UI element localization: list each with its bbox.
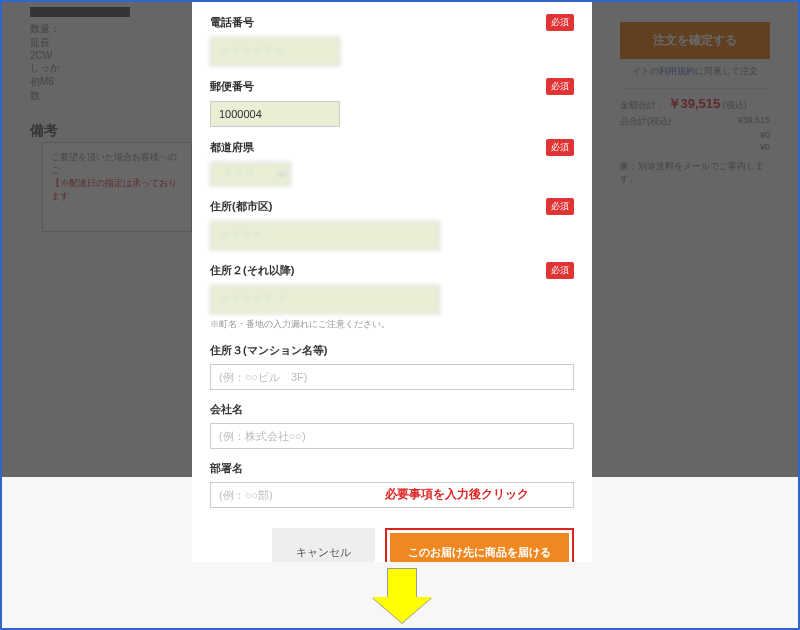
addr3-label: 住所３(マンション名等) (210, 343, 327, 358)
callout-text: 必要事項を入力後クリック (385, 486, 529, 503)
phone-input[interactable]: ＊＊＊＊＊＊ (210, 37, 340, 66)
submit-button[interactable]: このお届け先に商品を届ける (390, 533, 569, 562)
company-label: 会社名 (210, 402, 243, 417)
required-badge: 必須 (546, 262, 574, 279)
pref-label: 都道府県 (210, 140, 254, 155)
city-input[interactable]: ＊＊＊＊ (210, 221, 440, 250)
addr2-input[interactable]: ＊＊＊＊＊ ＊ (210, 285, 440, 314)
addr3-input[interactable] (210, 364, 574, 390)
field-addr3: 住所３(マンション名等) (210, 337, 574, 390)
field-postal: 郵便番号 必須 1000004 (210, 72, 574, 127)
field-phone: 電話番号 必須 ＊＊＊＊＊＊ (210, 8, 574, 66)
required-badge: 必須 (546, 78, 574, 95)
dept-label: 部署名 (210, 461, 243, 476)
addr2-label: 住所２(それ以降) (210, 263, 294, 278)
required-badge: 必須 (546, 139, 574, 156)
field-company: 会社名 (210, 396, 574, 449)
address-modal: 電話番号 必須 ＊＊＊＊＊＊ 郵便番号 必須 1000004 都道府県 必須 ＊… (192, 2, 592, 562)
cancel-button[interactable]: キャンセル (272, 528, 375, 562)
button-row: キャンセル このお届け先に商品を届ける (210, 528, 574, 562)
required-badge: 必須 (546, 198, 574, 215)
addr2-hint: ※町名・番地の入力漏れにご注意ください。 (210, 318, 574, 331)
pref-select[interactable]: ＊＊＊ (210, 162, 291, 186)
city-label: 住所(都市区) (210, 199, 272, 214)
submit-highlight: このお届け先に商品を届ける (385, 528, 574, 562)
postal-label: 郵便番号 (210, 79, 254, 94)
required-badge: 必須 (546, 14, 574, 31)
company-input[interactable] (210, 423, 574, 449)
postal-input[interactable]: 1000004 (210, 101, 340, 127)
arrow-down-icon (372, 568, 432, 628)
field-city: 住所(都市区) 必須 ＊＊＊＊ (210, 192, 574, 250)
phone-label: 電話番号 (210, 15, 254, 30)
field-pref: 都道府県 必須 ＊＊＊ (210, 133, 574, 186)
field-addr2: 住所２(それ以降) 必須 ＊＊＊＊＊ ＊ ※町名・番地の入力漏れにご注意ください… (210, 256, 574, 331)
